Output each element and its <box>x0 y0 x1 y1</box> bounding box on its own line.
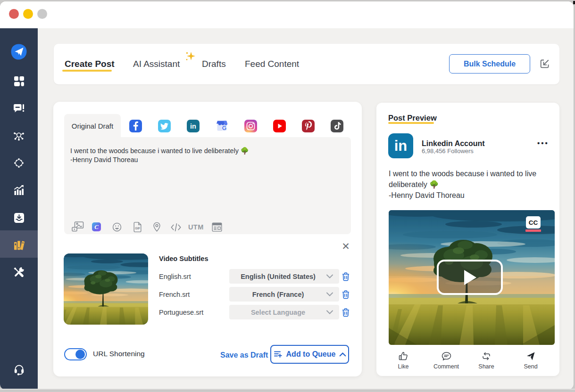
svg-text:G: G <box>222 125 226 131</box>
svg-text:GIF: GIF <box>135 227 140 230</box>
